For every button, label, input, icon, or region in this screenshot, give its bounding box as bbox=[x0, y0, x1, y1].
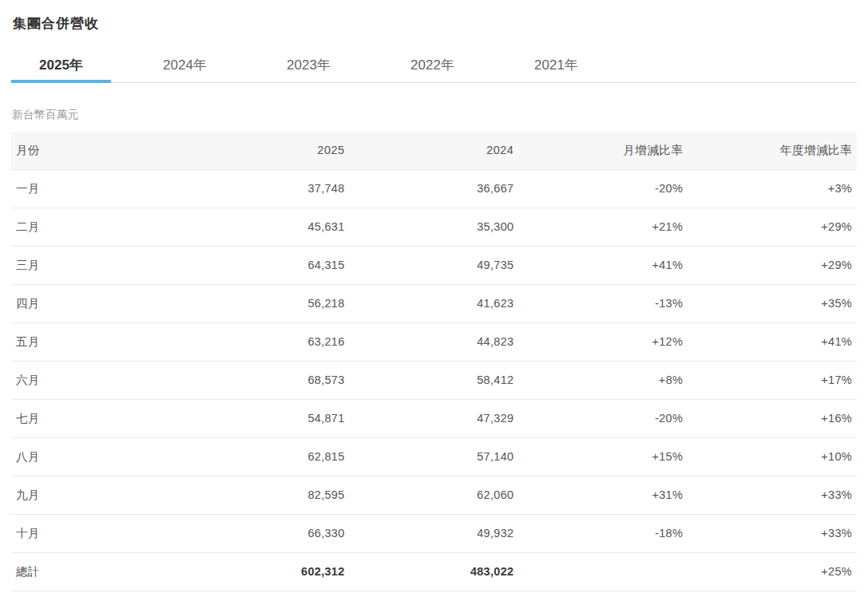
mom-cell: -18% bbox=[518, 514, 688, 552]
tab-2022[interactable]: 2022年 bbox=[382, 52, 482, 82]
yoy-cell: +33% bbox=[688, 514, 857, 552]
total-yoy-cell: +25% bbox=[688, 552, 857, 591]
yoy-cell: +41% bbox=[688, 322, 857, 361]
2024-cell: 35,300 bbox=[350, 208, 519, 246]
revenue-page: 集團合併營收 2025年2024年2023年2022年2021年 新台幣百萬元 … bbox=[0, 0, 868, 591]
mom-cell: -20% bbox=[518, 169, 688, 208]
mom-cell: +12% bbox=[518, 322, 688, 361]
month-cell: 三月 bbox=[11, 246, 180, 284]
2025-cell: 62,815 bbox=[180, 437, 350, 476]
column-header-mom: 月增減比率 bbox=[518, 132, 688, 169]
tab-2025[interactable]: 2025年 bbox=[11, 52, 111, 83]
2024-cell: 44,823 bbox=[350, 322, 519, 361]
table-row: 一月37,74836,667-20%+3% bbox=[11, 169, 857, 208]
2024-cell: 58,412 bbox=[350, 361, 519, 399]
2025-cell: 82,595 bbox=[180, 476, 350, 514]
column-header-month: 月份 bbox=[11, 132, 180, 169]
2025-cell: 37,748 bbox=[180, 169, 350, 208]
mom-cell: -13% bbox=[518, 284, 688, 322]
2024-cell: 57,140 bbox=[350, 437, 519, 476]
yoy-cell: +35% bbox=[688, 284, 857, 322]
yoy-cell: +10% bbox=[688, 437, 857, 476]
2025-cell: 63,216 bbox=[180, 322, 350, 361]
2024-cell: 47,329 bbox=[350, 399, 519, 437]
page-title: 集團合併營收 bbox=[13, 14, 857, 34]
unit-note: 新台幣百萬元 bbox=[12, 108, 857, 122]
yoy-cell: +3% bbox=[688, 169, 857, 208]
mom-cell: +31% bbox=[518, 476, 688, 514]
total-2024-cell: 483,022 bbox=[350, 552, 519, 591]
2025-cell: 54,871 bbox=[180, 399, 350, 437]
2025-cell: 68,573 bbox=[180, 361, 350, 399]
month-cell: 七月 bbox=[11, 399, 180, 437]
yoy-cell: +33% bbox=[688, 476, 857, 514]
2025-cell: 56,218 bbox=[180, 284, 350, 322]
yoy-cell: +16% bbox=[688, 399, 857, 437]
yoy-cell: +29% bbox=[688, 246, 857, 284]
table-row: 六月68,57358,412+8%+17% bbox=[11, 361, 857, 399]
table-row: 十月66,33049,932-18%+33% bbox=[11, 514, 857, 552]
month-cell: 二月 bbox=[11, 208, 180, 246]
tab-2024[interactable]: 2024年 bbox=[135, 52, 235, 82]
mom-cell: +41% bbox=[518, 246, 688, 284]
2024-cell: 36,667 bbox=[350, 169, 519, 208]
2024-cell: 49,932 bbox=[350, 514, 519, 552]
mom-cell: -20% bbox=[518, 399, 688, 437]
column-header-yoy: 年度增減比率 bbox=[688, 132, 857, 169]
tab-2023[interactable]: 2023年 bbox=[259, 52, 359, 82]
2025-cell: 66,330 bbox=[180, 514, 350, 552]
table-row: 九月82,59562,060+31%+33% bbox=[11, 476, 857, 514]
table-header-row: 月份20252024月增減比率年度增減比率 bbox=[11, 132, 857, 169]
month-cell: 十月 bbox=[11, 514, 180, 552]
table-row: 八月62,81557,140+15%+10% bbox=[11, 437, 857, 476]
month-cell: 四月 bbox=[11, 284, 180, 322]
2024-cell: 41,623 bbox=[350, 284, 519, 322]
table-row: 七月54,87147,329-20%+16% bbox=[11, 399, 857, 437]
mom-cell: +21% bbox=[518, 208, 688, 246]
total-month-cell: 總計 bbox=[11, 552, 180, 591]
total-mom-cell bbox=[518, 552, 688, 591]
month-cell: 八月 bbox=[11, 437, 180, 476]
year-tabs: 2025年2024年2023年2022年2021年 bbox=[11, 52, 857, 83]
table-row: 五月63,21644,823+12%+41% bbox=[11, 322, 857, 361]
month-cell: 六月 bbox=[11, 361, 180, 399]
table-row: 三月64,31549,735+41%+29% bbox=[11, 246, 857, 284]
total-2025-cell: 602,312 bbox=[180, 552, 350, 591]
table-row: 二月45,63135,300+21%+29% bbox=[11, 208, 857, 246]
yoy-cell: +29% bbox=[688, 208, 857, 246]
month-cell: 五月 bbox=[11, 322, 180, 361]
column-header-2025: 2025 bbox=[180, 132, 350, 169]
yoy-cell: +17% bbox=[688, 361, 857, 399]
tab-2021[interactable]: 2021年 bbox=[506, 52, 606, 82]
column-header-2024: 2024 bbox=[350, 132, 519, 169]
2025-cell: 64,315 bbox=[180, 246, 350, 284]
total-row: 總計602,312483,022+25% bbox=[11, 552, 857, 591]
month-cell: 九月 bbox=[11, 476, 180, 514]
month-cell: 一月 bbox=[11, 169, 180, 208]
2024-cell: 49,735 bbox=[350, 246, 519, 284]
2024-cell: 62,060 bbox=[350, 476, 519, 514]
mom-cell: +8% bbox=[518, 361, 688, 399]
mom-cell: +15% bbox=[518, 437, 688, 476]
revenue-table: 月份20252024月增減比率年度增減比率 一月37,74836,667-20%… bbox=[11, 132, 857, 591]
2025-cell: 45,631 bbox=[180, 208, 350, 246]
table-row: 四月56,21841,623-13%+35% bbox=[11, 284, 857, 322]
